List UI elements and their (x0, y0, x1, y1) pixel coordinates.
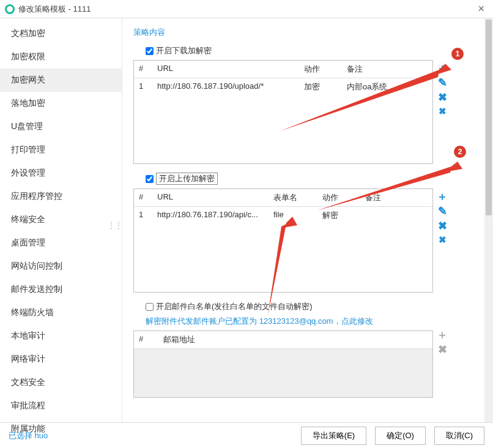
delete-icon[interactable]: ✖ (438, 344, 447, 355)
col-email: 邮箱地址 (163, 334, 428, 345)
col-action: 动作 (322, 192, 365, 203)
config-icon[interactable]: ✖ (439, 235, 447, 244)
col-url: URL (157, 64, 304, 75)
sidebar-item-5[interactable]: 打印管理 (0, 138, 122, 162)
col-note: 备注 (365, 192, 428, 203)
sidebar-item-4[interactable]: U盘管理 (0, 115, 122, 138)
sidebar-item-14[interactable]: 网络审计 (0, 348, 122, 371)
scrollbar[interactable] (484, 18, 493, 422)
upload-table: # URL 表单名 动作 备注 1 http://180.76.187.190/… (133, 189, 433, 293)
add-icon[interactable]: ＋ (437, 191, 448, 202)
sidebar-item-2[interactable]: 加密网关 (0, 69, 122, 92)
col-form: 表单名 (273, 192, 322, 203)
email-whitelist-label: 开启邮件白名单(发往白名单的文件自动解密) (156, 301, 313, 312)
delete-icon[interactable]: ✖ (438, 92, 447, 103)
email-config-info: 解密附件代发邮件账户已配置为 123123123@qq.com，点此修改 (146, 316, 486, 327)
status-text: 已选择 huo (9, 430, 48, 441)
email-whitelist-check-row: 开启邮件白名单(发往白名单的文件自动解密) (146, 301, 486, 312)
cancel-button[interactable]: 取消(C) (434, 427, 484, 445)
download-encrypt-label: 开启下载加解密 (156, 45, 212, 56)
col-idx: # (139, 334, 163, 345)
window-title: 修改策略模板 - 1111 (18, 4, 91, 15)
export-button[interactable]: 导出策略(E) (301, 427, 366, 445)
table-row[interactable]: 1 http://180.76.187.190/api/c... file 解密 (134, 207, 432, 224)
download-table: # URL 动作 备注 1 http://180.76.187.190/uplo… (133, 60, 433, 164)
sidebar-item-15[interactable]: 文档安全 (0, 371, 122, 394)
delete-icon[interactable]: ✖ (438, 220, 447, 231)
add-icon[interactable]: ＋ (437, 329, 448, 340)
section-title: 策略内容 (133, 27, 486, 38)
col-note: 备注 (347, 64, 428, 75)
sidebar-item-11[interactable]: 邮件发送控制 (0, 278, 122, 301)
edit-email-link[interactable]: ，点此修改 (333, 316, 373, 326)
drag-handle-icon[interactable]: ⋮⋮ (107, 220, 122, 230)
title-bar: 修改策略模板 - 1111 × (0, 0, 493, 18)
add-icon[interactable]: ＋ (437, 62, 448, 73)
sidebar-item-7[interactable]: 应用程序管控 (0, 185, 122, 208)
sidebar: ⋮⋮ 文档加密加密权限加密网关落地加密U盘管理打印管理外设管理应用程序管控终端安… (0, 18, 122, 422)
col-action: 动作 (304, 64, 347, 75)
ok-button[interactable]: 确定(O) (375, 427, 426, 445)
scrollbar-thumb[interactable] (486, 20, 492, 215)
upload-encrypt-check-row: 开启上传加解密 (146, 173, 486, 185)
config-icon[interactable]: ✖ (439, 106, 447, 116)
edit-icon[interactable]: ✎ (438, 77, 447, 88)
sidebar-item-12[interactable]: 终端防火墙 (0, 301, 122, 324)
col-url: URL (157, 192, 273, 203)
callout-2: 2 (454, 146, 466, 158)
download-encrypt-check-row: 开启下载加解密 (146, 45, 486, 56)
table-row[interactable]: 1 http://180.76.187.190/upload/* 加密 内部oa… (134, 78, 432, 95)
sidebar-item-9[interactable]: 桌面管理 (0, 231, 122, 255)
email-table: # 邮箱地址 (133, 330, 433, 398)
main-panel: 策略内容 开启下载加解密 # URL 动作 备注 1 http://180.76… (122, 18, 493, 422)
email-whitelist-checkbox[interactable] (146, 303, 154, 311)
close-icon[interactable]: × (474, 2, 488, 15)
app-icon (5, 4, 15, 14)
sidebar-item-3[interactable]: 落地加密 (0, 92, 122, 115)
sidebar-item-6[interactable]: 外设管理 (0, 162, 122, 185)
sidebar-item-1[interactable]: 加密权限 (0, 45, 122, 69)
col-idx: # (139, 64, 157, 75)
sidebar-item-16[interactable]: 审批流程 (0, 394, 122, 417)
edit-icon[interactable]: ✎ (438, 206, 447, 217)
col-idx: # (139, 192, 157, 203)
footer: 已选择 huo 导出策略(E) 确定(O) 取消(C) (0, 422, 493, 448)
callout-1: 1 (451, 48, 464, 60)
sidebar-item-0[interactable]: 文档加密 (0, 22, 122, 45)
sidebar-item-8[interactable]: 终端安全 (0, 208, 122, 231)
upload-encrypt-checkbox[interactable] (146, 175, 154, 183)
upload-encrypt-label: 开启上传加解密 (156, 173, 218, 185)
download-encrypt-checkbox[interactable] (146, 47, 154, 55)
sidebar-item-13[interactable]: 本地审计 (0, 324, 122, 348)
sidebar-item-10[interactable]: 网站访问控制 (0, 255, 122, 278)
